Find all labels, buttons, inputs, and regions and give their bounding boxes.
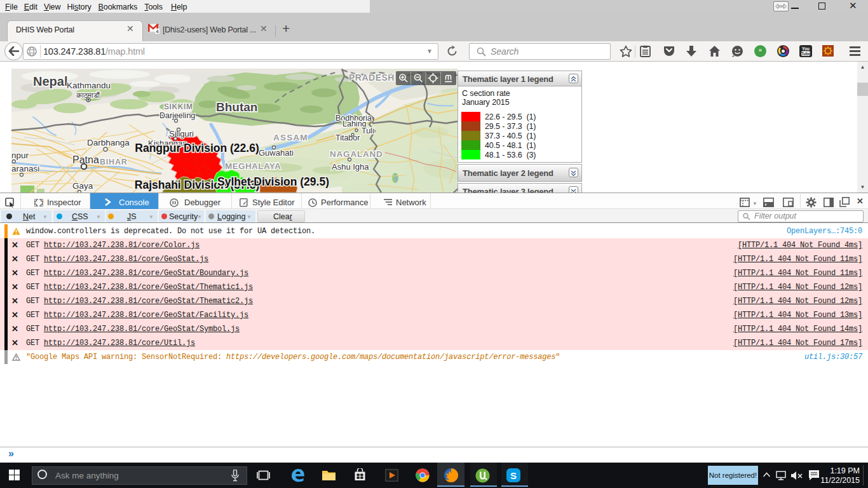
svg-text:Guwahati: Guwahati	[259, 148, 294, 158]
svg-text:Ashu Igha: Ashu Igha	[332, 162, 369, 172]
svg-text:Nepal: Nepal	[33, 74, 67, 88]
svg-text:Patna: Patna	[72, 154, 99, 165]
svg-text:aranasi: aranasi	[11, 164, 39, 173]
svg-text:Kathmandu: Kathmandu	[67, 81, 111, 90]
svg-text:Titabor: Titabor	[336, 133, 360, 142]
svg-text:SIKKIM: SIKKIM	[164, 102, 193, 111]
svg-text:Tube: Tube	[801, 51, 810, 56]
svg-text:npur: npur	[11, 151, 29, 160]
svg-text:Darjeeling: Darjeeling	[159, 111, 195, 120]
svg-text:BIHAR: BIHAR	[100, 158, 128, 166]
svg-text:“: “	[759, 48, 762, 55]
svg-text:S: S	[510, 470, 517, 481]
svg-text:ASSAM: ASSAM	[273, 133, 308, 142]
svg-text:Tuli: Tuli	[362, 126, 374, 135]
svg-text:You: You	[802, 46, 810, 51]
svg-text:Siliguri: Siliguri	[169, 129, 194, 139]
svg-text:4: 4	[156, 29, 159, 34]
svg-text:Sylhet Division (29.5): Sylhet Division (29.5)	[217, 175, 329, 188]
svg-text:Rangpur Division (22.6): Rangpur Division (22.6)	[135, 142, 259, 154]
svg-text:MEGHALAYA: MEGHALAYA	[225, 161, 281, 171]
svg-text:PRADESH: PRADESH	[349, 72, 395, 83]
svg-text:NAGALAND: NAGALAND	[330, 149, 383, 159]
svg-text:Gaya: Gaya	[72, 181, 93, 191]
svg-text:Darbhanga: Darbhanga	[87, 138, 130, 147]
svg-text:Bhutan: Bhutan	[216, 100, 257, 114]
